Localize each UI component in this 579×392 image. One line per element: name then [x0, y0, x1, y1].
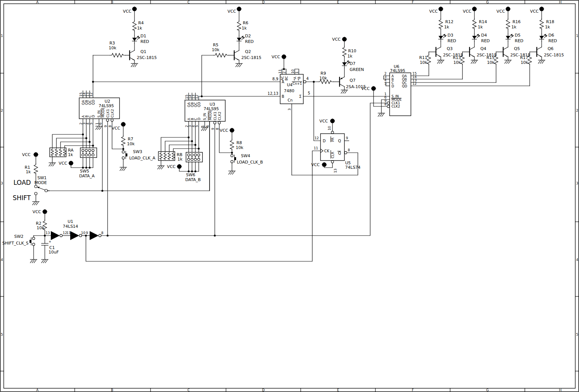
- resistor-r12[interactable]: [439, 19, 443, 29]
- transistor-ref: Q2: [245, 49, 251, 54]
- vcc-symbol: [34, 152, 38, 157]
- led-driver-q2[interactable]: VCC R6 1k D2 RED Q2 2SC-1815 R5 10k: [202, 7, 261, 96]
- push-button-sw3[interactable]: [122, 151, 127, 159]
- switch-ref: SW3: [133, 149, 142, 154]
- resistor-r18[interactable]: [540, 19, 544, 29]
- ic-u4-7480[interactable]: U4 7480 A B Σ Cn Cn+1 AC BC *A *B 11 2 1…: [267, 55, 340, 175]
- transistor-q1[interactable]: [130, 50, 134, 60]
- ic-u5-74ls74[interactable]: U5 74LS74 D CK Q Q PR CLR 12 11 9 8 10 1…: [311, 119, 360, 173]
- transistor-q4[interactable]: [470, 47, 474, 57]
- resistor-r3[interactable]: [110, 53, 125, 57]
- resistor-r4[interactable]: [133, 21, 136, 31]
- ic-ref: U1: [68, 219, 73, 224]
- vcc-label: VCC: [429, 9, 438, 14]
- led-d7[interactable]: [342, 60, 350, 68]
- border-col-label: A: [36, 0, 39, 4]
- resistor-value: 1k: [137, 26, 142, 31]
- ground-symbol: [341, 90, 348, 93]
- transistor-q3[interactable]: [436, 47, 441, 57]
- ic-u6-74ls95[interactable]: U6 74LS95 A B C D QA QB QC QD S_IN MODE …: [361, 64, 417, 116]
- resistor-r1[interactable]: [34, 164, 38, 174]
- load-clk-b-circuit[interactable]: VCC R8 10k SW4 LOAD_CLK_B: [220, 128, 263, 174]
- transistor-q6[interactable]: [537, 47, 542, 57]
- pin-num: 8: [348, 148, 350, 152]
- led-d2[interactable]: [237, 36, 244, 43]
- output-led-driver-q5[interactable]: VCC R16 1k D5 RED Q5 2SC-1815 R15 10k: [486, 7, 530, 83]
- led-d1[interactable]: [132, 36, 140, 43]
- transistor-q7[interactable]: [340, 77, 344, 87]
- resistor-r11[interactable]: [427, 54, 431, 65]
- resistor-ref: R7: [128, 137, 133, 141]
- led-d6[interactable]: [539, 34, 547, 41]
- transistor-q2[interactable]: [234, 50, 239, 60]
- pin-num: 5: [308, 91, 310, 95]
- pin-label: Q: [338, 151, 341, 155]
- resistor-r16[interactable]: [506, 19, 510, 29]
- resistor-r8[interactable]: [230, 139, 234, 150]
- pin-num: 9: [86, 231, 88, 235]
- capacitor-c1[interactable]: +: [41, 240, 52, 245]
- resistor-ref: R5: [213, 43, 219, 47]
- resistor-ref: R16: [513, 19, 521, 24]
- rnet-rb[interactable]: RB 1k: [158, 137, 199, 169]
- border-row-label: 4: [1, 258, 3, 262]
- border-col-label: D: [262, 0, 265, 4]
- vcc-symbol: [439, 7, 443, 11]
- push-button-sw4[interactable]: [231, 155, 236, 163]
- resistor-r6[interactable]: [237, 21, 241, 31]
- dip-switch[interactable]: [80, 148, 97, 158]
- pin-num: 12,13: [267, 91, 278, 96]
- pin-label: CLK2: [218, 112, 222, 120]
- pin-num: 9: [104, 125, 108, 127]
- shift-clock-circuit[interactable]: VCC R2 10k SW2 SHIFT_CLK_S + C1 10uF U1 …: [2, 209, 103, 263]
- carry-indicator-q7[interactable]: VCC R10 1k D7 GREEN Q7 2SA-1015: [332, 37, 366, 93]
- pin-num: 9: [346, 136, 348, 140]
- ic-u2-74ls95[interactable]: U2 74LS95 15 14 13 12 QA QB QC QD A B C …: [79, 91, 123, 236]
- output-led-driver-q4[interactable]: VCC R14 1k D4 RED Q4 2SC-1815 R13 10k: [453, 7, 496, 79]
- pin-label: CK: [324, 149, 329, 153]
- led-d4[interactable]: [472, 34, 480, 41]
- pin-label: S_IN: [203, 113, 207, 120]
- mode-select-circuit[interactable]: VCC R1 1k SW1 MODE LOAD SHIFT: [13, 152, 49, 205]
- switch-ref: SW1: [37, 175, 47, 180]
- led-d5[interactable]: [506, 34, 513, 41]
- resistor-value: 1k: [242, 26, 247, 31]
- resistor-r5[interactable]: [214, 53, 229, 57]
- switch-sw6-data-b[interactable]: VCC SW6 DATA_B: [167, 152, 202, 182]
- resistor-ref: R18: [546, 19, 554, 24]
- border-col-label: G: [486, 0, 489, 4]
- vcc-label: VCC: [361, 86, 370, 91]
- ic-part: 7480: [284, 88, 294, 93]
- led-d3[interactable]: [439, 34, 446, 41]
- pin-label: QD: [92, 100, 95, 105]
- switch-label: SHIFT_CLK_S: [2, 241, 28, 246]
- led-ref: D3: [448, 33, 453, 38]
- resistor-ref: R14: [479, 19, 487, 24]
- ground-symbol: [505, 60, 511, 63]
- rnet-value: 1k: [177, 157, 183, 162]
- inverter-u1c[interactable]: [90, 231, 101, 240]
- switch-sw5-data-a[interactable]: VCC SW5 DATA_A: [59, 148, 97, 178]
- led-driver-q1[interactable]: VCC R4 1k D1 RED Q1 2SC-1815 R3 10k: [93, 7, 157, 98]
- load-clk-a-circuit[interactable]: VCC R7 10k SW3 LOAD_CLK_A: [112, 122, 155, 171]
- inverter-u1a[interactable]: [51, 231, 62, 240]
- ground-symbol: [32, 202, 39, 205]
- pin-num: 8: [216, 128, 219, 130]
- switch-sw1[interactable]: [35, 185, 48, 195]
- resistor-r10[interactable]: [343, 46, 346, 57]
- dip-switch[interactable]: [186, 152, 202, 162]
- output-led-driver-q3[interactable]: VCC R12 1k D3 RED Q3 2SC-1815 R11 10k: [419, 7, 463, 76]
- ic-part: 74LS95: [390, 68, 405, 73]
- push-button-sw2[interactable]: [30, 237, 35, 246]
- pin-num: 11: [314, 146, 318, 150]
- transistor-q5[interactable]: [503, 47, 508, 57]
- inverter-u1b[interactable]: [70, 231, 82, 240]
- output-led-driver-q6[interactable]: VCC R18 1k D6 RED Q6 2SC-1815 R17 10k: [520, 7, 564, 86]
- resistor-r7[interactable]: [121, 136, 125, 146]
- pin-label: CLR: [331, 152, 335, 158]
- resistor-r14[interactable]: [473, 19, 476, 29]
- resistor-ref: R6: [243, 21, 248, 25]
- vcc-symbol: [69, 161, 73, 165]
- vcc-symbol: [330, 119, 335, 123]
- resistor-ref: R11: [419, 55, 427, 60]
